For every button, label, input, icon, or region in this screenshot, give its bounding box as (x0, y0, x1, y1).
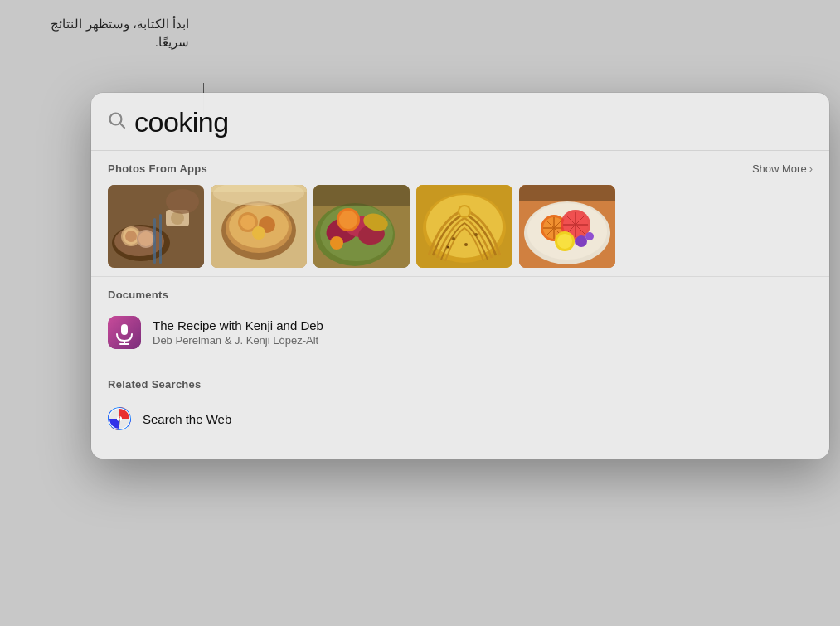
svg-point-32 (339, 211, 357, 229)
related-section-title: Related Searches (108, 378, 202, 391)
svg-rect-10 (153, 218, 156, 264)
search-web-item[interactable]: Search the Web (108, 400, 813, 439)
svg-line-1 (120, 123, 124, 127)
safari-icon (108, 407, 131, 430)
svg-point-14 (166, 189, 199, 214)
documents-section: Documents (91, 276, 829, 366)
documents-section-title: Documents (108, 289, 168, 301)
podcast-app-icon (108, 316, 141, 349)
photos-section-header: Photos From Apps Show More › (108, 163, 813, 175)
search-web-label: Search the Web (143, 412, 231, 426)
svg-point-62 (557, 234, 572, 249)
search-query-text: cooking (134, 106, 229, 138)
svg-point-22 (252, 226, 265, 240)
svg-point-42 (452, 237, 455, 240)
svg-point-64 (585, 232, 594, 240)
photos-section: Photos From Apps Show More › (91, 151, 829, 276)
svg-rect-11 (159, 214, 162, 264)
svg-point-44 (474, 233, 478, 236)
svg-point-43 (464, 243, 468, 246)
photos-section-title: Photos From Apps (108, 163, 207, 175)
svg-point-45 (447, 246, 449, 249)
photo-item[interactable] (211, 185, 307, 268)
documents-section-header: Documents (108, 289, 813, 301)
bottom-padding (91, 447, 829, 459)
spotlight-panel: cooking Photos From Apps Show More › (91, 93, 829, 459)
svg-rect-35 (313, 185, 410, 206)
photo-item[interactable] (519, 185, 615, 268)
document-item[interactable]: The Recipe with Kenji and Deb Deb Perelm… (108, 311, 813, 357)
photo-item[interactable] (416, 185, 512, 268)
svg-point-34 (330, 236, 343, 250)
document-title: The Recipe with Kenji and Deb (153, 318, 323, 332)
document-text-block: The Recipe with Kenji and Deb Deb Perelm… (153, 318, 323, 347)
svg-rect-65 (519, 185, 615, 201)
svg-rect-67 (121, 324, 128, 335)
related-searches-section: Related Searches (91, 366, 829, 447)
tooltip-text: ابدأ الكتابة، وستظهر النتائج سريعًا. (15, 15, 189, 51)
related-section-header: Related Searches (108, 378, 813, 391)
svg-point-63 (575, 235, 587, 247)
svg-point-39 (426, 195, 503, 258)
document-subtitle: Deb Perelman & J. Kenji López-Alt (153, 334, 323, 347)
svg-point-41 (459, 206, 469, 216)
show-more-label: Show More (752, 163, 807, 175)
svg-point-20 (240, 215, 255, 230)
show-more-button[interactable]: Show More › (752, 163, 813, 175)
chevron-right-icon: › (809, 163, 813, 175)
search-icon (108, 111, 126, 133)
search-bar[interactable]: cooking (91, 93, 829, 151)
svg-point-9 (138, 231, 153, 246)
photo-item[interactable] (313, 185, 410, 268)
svg-rect-24 (211, 185, 307, 192)
photos-grid (108, 185, 813, 268)
photo-item[interactable] (108, 185, 204, 268)
svg-point-7 (125, 231, 137, 242)
